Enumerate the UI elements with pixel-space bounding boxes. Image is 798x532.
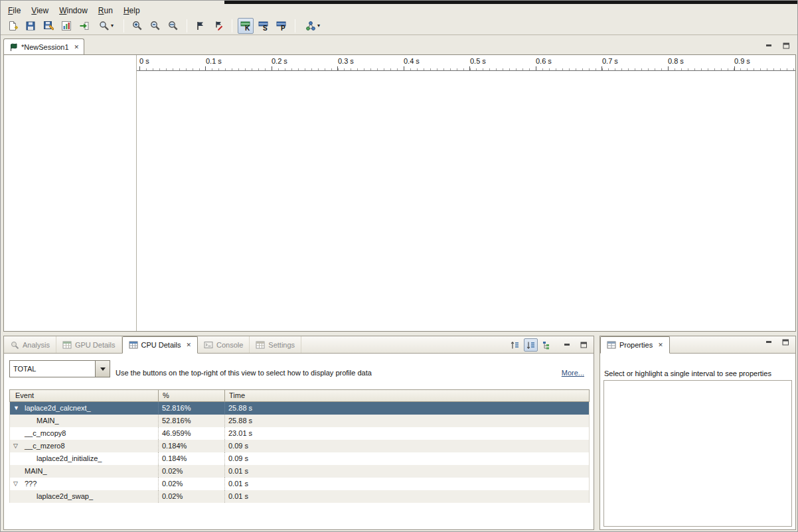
table-row[interactable]: ▼ laplace2d_calcnext_ 52.816% 25.88 s [10,402,589,415]
event-cell: ▽ __c_mzero8 [10,440,158,452]
flat-view-button[interactable] [508,338,522,352]
event-cell: MAIN_ [10,415,158,427]
table-row[interactable]: MAIN_ 0.02% 0.01 s [10,465,589,478]
process-letter: P [281,24,285,31]
minimize-icon [765,339,773,346]
minimize-icon [564,342,571,348]
properties-tab-close-icon[interactable]: ✕ [658,342,663,348]
session-tab[interactable]: *NewSession1 ✕ [3,38,84,54]
menu-run[interactable]: Run [94,5,118,17]
more-link[interactable]: More... [562,369,584,377]
event-name: MAIN_ [37,417,59,425]
maximize-button[interactable] [781,338,790,346]
tab-console[interactable]: Console [198,336,250,353]
timeline-ruler[interactable]: 0 s 0.1 s 0.2 s 0.3 s 0.4 s 0.5 s 0.6 s … [137,55,795,71]
expander-icon[interactable]: ▽ [13,440,21,452]
analysis-button[interactable]: ▾ [301,18,325,34]
flag-arrow-icon [213,21,224,31]
flat-view-icon [510,340,520,350]
column-header-time[interactable]: Time [224,390,589,401]
cpu-details-tab-icon [129,340,138,350]
menu-view[interactable]: View [27,5,53,17]
toolbar-separator [123,19,124,33]
console-tab-icon [204,340,213,350]
event-name: MAIN_ [25,467,47,475]
time-cell: 0.01 s [224,465,589,478]
display-mode-combo[interactable]: TOTAL [9,360,110,377]
properties-view: Properties ✕ Select or highlight a singl… [599,336,796,530]
event-cell: MAIN_ [10,465,158,478]
save-button[interactable] [23,18,39,34]
properties-content [603,380,792,527]
ruler-label: 0.5 s [470,57,486,65]
tab-label: Analysis [23,341,50,349]
marker-flag-button[interactable] [193,18,208,34]
zoom-fit-button[interactable] [165,18,181,34]
tab-properties[interactable]: Properties ✕ [600,336,670,354]
stream-mode-toggle[interactable]: S [256,18,272,34]
event-name: laplace2d_swap_ [37,492,93,500]
save-as-button[interactable] [40,18,56,34]
cpu-details-tab-close-icon[interactable]: ✕ [186,342,191,348]
event-cell: laplace2d_initialize_ [10,452,158,465]
ruler-label: 0.3 s [338,57,354,65]
editor-tab-bar: *NewSession1 ✕ [3,37,796,54]
ruler-label: 0.1 s [206,57,222,65]
menu-file[interactable]: File [3,5,25,17]
dropdown-caret-icon: ▾ [111,23,114,29]
chart-button[interactable] [58,18,74,34]
toolbar-separator [232,19,232,33]
tab-label: Console [216,341,243,349]
table-row[interactable]: laplace2d_initialize_ 0.184% 0.09 s [10,452,589,465]
maximize-button[interactable] [579,341,588,349]
ruler-label: 0.9 s [734,57,750,65]
tab-label: Properties [619,341,653,349]
time-cell: 0.09 s [224,452,589,465]
table-row[interactable]: ▽ ??? 0.02% 0.01 s [10,478,589,490]
column-header-percent[interactable]: % [158,390,224,401]
minimize-button[interactable] [764,338,773,346]
minimize-button[interactable] [764,42,773,50]
maximize-button[interactable] [781,42,791,50]
kernel-mode-toggle[interactable]: K [238,18,254,34]
expander-icon[interactable]: ▽ [13,478,21,490]
tab-cpu-details[interactable]: CPU Details ✕ [122,336,198,354]
export-button[interactable] [76,18,92,34]
kernel-letter: K [245,24,250,31]
save-icon [25,21,36,31]
session-tab-close-icon[interactable]: ✕ [74,44,80,50]
timeline-row-labels [4,55,137,331]
tab-gpu-details[interactable]: GPU Details [56,336,122,353]
table-row[interactable]: MAIN_ 52.816% 25.88 s [10,415,589,427]
table-header[interactable]: Event % Time [9,389,590,402]
bottom-up-view-button[interactable] [540,338,554,352]
zoom-tool-button[interactable]: ▾ [94,18,118,34]
zoom-out-button[interactable] [147,18,163,34]
gpu-details-tab-icon [62,340,72,350]
expander-icon[interactable]: ▼ [13,402,21,415]
tab-settings[interactable]: Settings [250,336,301,353]
menu-window[interactable]: Window [54,5,92,17]
top-down-view-button[interactable] [524,338,538,352]
new-session-button[interactable] [5,18,21,34]
minimize-button[interactable] [562,341,572,349]
flag-icon [195,21,206,31]
properties-tab-bar: Properties ✕ [600,336,795,354]
menu-help[interactable]: Help [119,5,145,17]
process-timeline-icon: P [276,21,287,31]
timeline-canvas[interactable]: 0 s 0.1 s 0.2 s 0.3 s 0.4 s 0.5 s 0.6 s … [3,54,796,332]
stream-timeline-icon: S [258,21,269,31]
table-row[interactable]: ▽ __c_mzero8 0.184% 0.09 s [10,440,589,452]
percent-cell: 0.02% [158,490,224,503]
table-row[interactable]: laplace2d_swap_ 0.02% 0.01 s [10,490,589,503]
tab-label: CPU Details [141,341,181,349]
marker-reset-button[interactable] [210,18,226,34]
table-row[interactable]: __c_mcopy8 46.959% 23.01 s [10,427,589,440]
titlebar [224,1,797,4]
column-header-event[interactable]: Event [10,390,158,401]
process-mode-toggle[interactable]: P [274,18,289,34]
zoom-in-button[interactable] [129,18,145,34]
tab-analysis[interactable]: Analysis [4,336,56,353]
save-as-icon [43,21,54,31]
combo-dropdown-button[interactable] [95,361,110,377]
